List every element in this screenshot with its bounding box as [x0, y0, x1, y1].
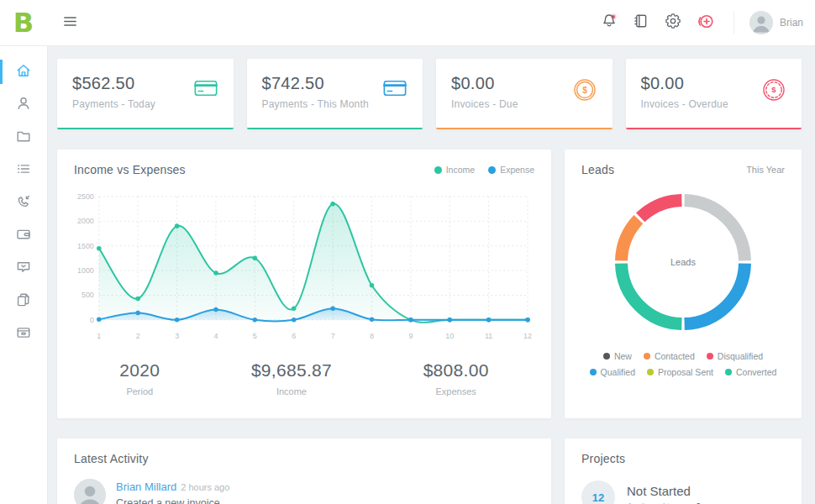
legend-label: Qualified [601, 367, 635, 377]
svg-text:11: 11 [485, 332, 492, 340]
sidebar-item-messages[interactable] [0, 252, 47, 285]
legend-dot [725, 369, 732, 375]
coin-dashed-icon: $ [761, 77, 786, 106]
svg-text:2000: 2000 [77, 217, 94, 225]
projects-list: 12Not StartedAssigned to me: 6 [581, 480, 785, 504]
leads-panel-title: Leads [581, 163, 614, 176]
line-chart-legend: IncomeExpense [434, 165, 534, 175]
latest-activity-panel: Latest Activity Brian Millard2 hours ago… [57, 438, 551, 504]
coin-icon: $ [572, 77, 597, 106]
summary-label: Expenses [423, 386, 489, 396]
leads-panel: Leads This Year Leads NewContactedDisqua… [565, 150, 802, 418]
activity-user-link[interactable]: Brian Millard [116, 480, 176, 493]
legend-label: Expense [500, 165, 534, 175]
wallet-icon [15, 226, 32, 246]
leads-donut-chart: Leads [581, 193, 785, 331]
leads-legend-row: QualifiedProposal SentConverted [590, 367, 777, 377]
main-content: $562.50Payments - Today$742.50Payments -… [47, 45, 815, 504]
gear-icon [665, 13, 681, 33]
sidebar-item-dashboard[interactable] [0, 55, 47, 88]
svg-text:1000: 1000 [77, 266, 94, 275]
top-bar: B Brian [0, 0, 815, 46]
project-item[interactable]: 12Not StartedAssigned to me: 6 [581, 480, 785, 504]
legend-item-income[interactable]: Income [434, 165, 475, 175]
sidebar-item-payments[interactable] [0, 219, 47, 252]
income-expenses-panel: Income vs Expenses IncomeExpense 0500100… [57, 150, 551, 418]
legend-label: Disqualified [718, 351, 763, 361]
sidebar-item-files[interactable] [0, 121, 47, 154]
legend-item-expense[interactable]: Expense [488, 165, 534, 175]
svg-text:$: $ [582, 86, 587, 95]
chart-summary-row: 2020Period$9,685.87Income$808.00Expenses [74, 360, 534, 396]
user-menu[interactable]: Brian [734, 11, 803, 34]
leads-legend-row: NewContactedDisqualified [603, 351, 763, 361]
svg-text:500: 500 [82, 291, 94, 299]
leads-legend-item-contacted[interactable]: Contacted [644, 351, 695, 361]
app-root: B Brian $562.50Payments - Tod [0, 0, 815, 504]
sidebar-item-documents[interactable] [0, 285, 47, 318]
sidebar-item-archive[interactable] [0, 318, 47, 350]
stat-card-text: $0.00Invoices - Overdue [641, 72, 728, 110]
leads-legend-item-qualified[interactable]: Qualified [590, 367, 635, 377]
stat-card-2[interactable]: $0.00Invoices - Due$ [436, 59, 613, 129]
notifications-button[interactable] [593, 7, 625, 39]
chat-icon [15, 259, 32, 279]
activity-panel-title: Latest Activity [74, 452, 149, 465]
menu-toggle-button[interactable] [55, 7, 85, 39]
notebook-icon [633, 13, 649, 33]
projects-panel-title: Projects [581, 452, 625, 465]
leads-legend-item-converted[interactable]: Converted [725, 367, 776, 377]
leads-legend-item-disqualified[interactable]: Disqualified [707, 351, 763, 361]
legend-dot [707, 353, 713, 360]
sidebar-item-contacts[interactable] [0, 88, 47, 121]
stat-card-3[interactable]: $0.00Invoices - Overdue$ [626, 59, 802, 129]
summary-income: $9,685.87Income [251, 360, 332, 396]
projects-panel: Projects 12Not StartedAssigned to me: 6 [565, 438, 802, 504]
legend-label: Contacted [655, 351, 695, 361]
stat-card-0[interactable]: $562.50Payments - Today [57, 59, 234, 129]
summary-period: 2020Period [119, 360, 160, 396]
sidebar-item-tasks[interactable] [0, 154, 47, 186]
stat-value: $562.50 [72, 74, 155, 93]
stat-cards-row: $562.50Payments - Today$742.50Payments -… [57, 59, 802, 129]
legend-dot [590, 369, 597, 375]
summary-expenses: $808.00Expenses [423, 360, 489, 396]
credit-card-icon [382, 77, 408, 102]
settings-button[interactable] [657, 7, 689, 39]
summary-value: $808.00 [423, 360, 489, 381]
income-expenses-chart: 05001000150020002500123456789101112 [74, 186, 534, 349]
brand-letter: B [13, 9, 34, 36]
svg-text:2500: 2500 [77, 192, 94, 201]
notes-button[interactable] [625, 7, 657, 39]
income-panel-title: Income vs Expenses [74, 163, 186, 176]
project-count-badge: 12 [581, 480, 615, 504]
svg-text:4: 4 [213, 332, 218, 340]
sidebar-item-calls[interactable] [0, 186, 47, 219]
stat-label: Invoices - Overdue [641, 98, 728, 110]
user-name: Brian [780, 17, 803, 29]
leads-legend-item-new[interactable]: New [603, 351, 632, 361]
project-body: Not StartedAssigned to me: 6 [627, 484, 701, 504]
svg-text:1: 1 [97, 332, 101, 340]
legend-dot [488, 166, 496, 174]
quick-add-button[interactable] [689, 7, 722, 39]
leads-legend: NewContactedDisqualifiedQualifiedProposa… [581, 351, 785, 377]
stat-card-1[interactable]: $742.50Payments - This Month [247, 59, 423, 129]
brand-logo[interactable]: B [0, 0, 47, 45]
leads-legend-item-proposal-sent[interactable]: Proposal Sent [647, 367, 713, 377]
project-status: Not Started [627, 484, 701, 498]
summary-value: 2020 [119, 360, 160, 381]
home-icon [15, 62, 32, 82]
legend-label: Converted [736, 367, 776, 377]
legend-dot [647, 369, 654, 375]
svg-text:3: 3 [175, 332, 179, 340]
legend-dot [434, 166, 442, 174]
folder-icon [15, 128, 32, 148]
stat-value: $742.50 [262, 74, 369, 93]
stat-label: Payments - This Month [262, 98, 369, 110]
credit-card-icon [193, 77, 218, 102]
activity-avatar [74, 479, 106, 504]
stat-label: Payments - Today [72, 98, 155, 110]
hamburger-icon [62, 13, 78, 33]
legend-dot [603, 353, 610, 360]
